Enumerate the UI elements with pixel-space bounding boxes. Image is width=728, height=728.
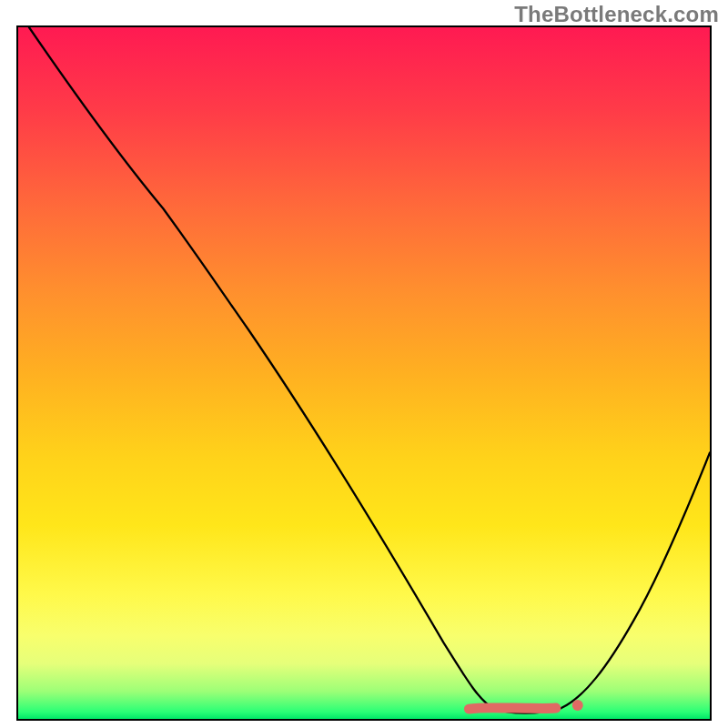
bottleneck-curve (29, 27, 710, 713)
plot-area (16, 25, 712, 721)
chart-stage: TheBottleneck.com (0, 0, 728, 728)
watermark-text: TheBottleneck.com (514, 2, 719, 27)
optimal-marker (469, 708, 555, 709)
optimal-marker-dot (572, 700, 583, 711)
curve-layer (18, 27, 710, 719)
